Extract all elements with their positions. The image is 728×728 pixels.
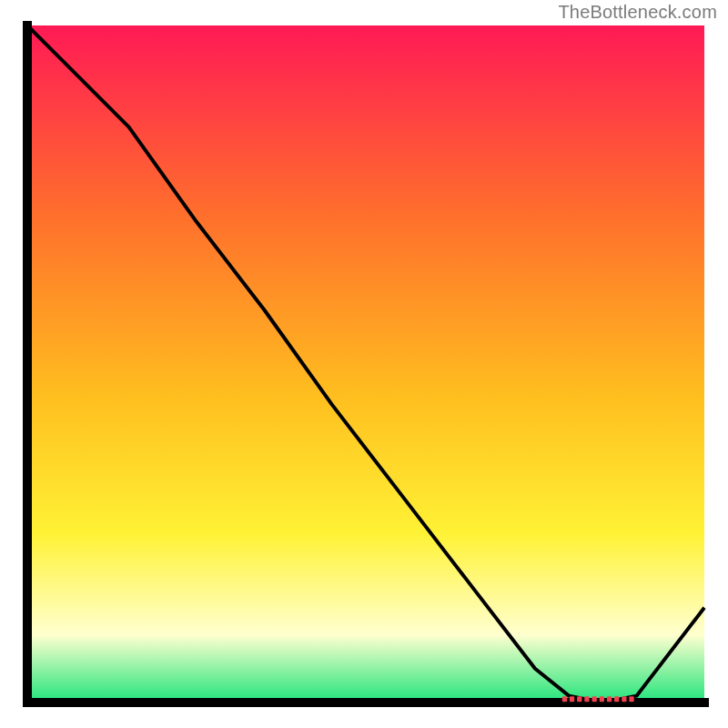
svg-rect-9 [629,696,633,702]
svg-rect-0 [562,696,567,702]
svg-rect-5 [600,696,604,702]
svg-rect-4 [592,696,597,702]
svg-rect-2 [577,696,581,702]
svg-rect-1 [570,696,574,702]
svg-rect-7 [614,696,619,702]
chart-container: TheBottleneck.com [0,0,728,728]
chart-svg [0,0,728,728]
svg-rect-8 [622,696,626,702]
svg-rect-6 [607,696,612,702]
svg-rect-3 [584,696,589,702]
